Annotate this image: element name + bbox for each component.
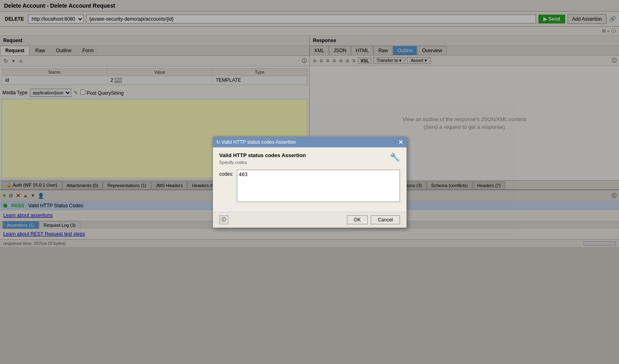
codes-textarea[interactable]: 403: [237, 170, 400, 202]
modal-ok-button[interactable]: OK: [347, 215, 368, 224]
modal-subtext: Specify codes: [219, 160, 400, 165]
modal-title-text: Valid HTTP status codes Assertion: [221, 139, 296, 145]
modal-title-icon: ↻: [216, 139, 221, 145]
modal-footer: ⓘ OK Cancel: [213, 212, 406, 228]
modal-overlay[interactable]: ↻ Valid HTTP status codes Assertion ✕ 🔧 …: [0, 0, 619, 247]
modal-title-bar: ↻ Valid HTTP status codes Assertion ✕: [213, 137, 406, 147]
modal-codes-row: codes: 403: [219, 170, 400, 202]
modal-title-left: ↻ Valid HTTP status codes Assertion: [216, 139, 296, 145]
modal-cancel-button[interactable]: Cancel: [371, 215, 400, 224]
modal: ↻ Valid HTTP status codes Assertion ✕ 🔧 …: [213, 136, 407, 228]
wrench-icon: 🔧: [390, 152, 400, 162]
modal-close-button[interactable]: ✕: [398, 139, 403, 145]
modal-body: 🔧 Valid HTTP status codes Assertion Spec…: [213, 147, 406, 212]
modal-heading: Valid HTTP status codes Assertion: [219, 152, 400, 158]
modal-info-button[interactable]: ⓘ: [219, 215, 228, 224]
codes-label: codes:: [219, 170, 234, 177]
